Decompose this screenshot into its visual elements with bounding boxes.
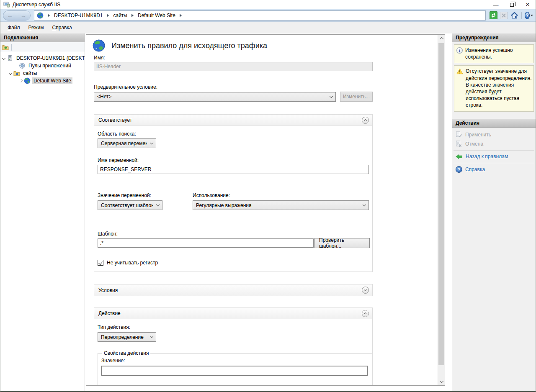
home-icon (510, 11, 518, 19)
using-label: Использование: (193, 192, 369, 198)
stop-button (500, 11, 508, 20)
help-action[interactable]: ? Справка (452, 165, 536, 174)
feature-globe-icon (92, 39, 106, 52)
tree-item-server[interactable]: DESKTOP-U1MK9D1 (DESKTOP (0, 54, 85, 62)
chevron-down-icon (150, 335, 153, 338)
menu-help[interactable]: Справка (49, 23, 76, 32)
chevron-down-icon[interactable] (9, 72, 12, 75)
pattern-label: Шаблон: (98, 231, 369, 237)
back-to-rules-label: Назад к правилам (466, 154, 508, 159)
cancel-label: Отмена (465, 141, 483, 147)
app-icon (3, 2, 10, 8)
actions-header: Действия (452, 119, 536, 128)
actions-separator (454, 150, 534, 151)
help-icon: ? (456, 166, 462, 173)
info-icon: i (456, 47, 463, 54)
ignore-case-checkbox[interactable] (98, 260, 103, 266)
variable-name-label: Имя переменной: (98, 157, 369, 163)
actions-separator (454, 163, 534, 163)
breadcrumb-sites[interactable]: сайты (113, 13, 127, 18)
tree-item-sites[interactable]: сайты (0, 69, 85, 77)
globe-icon (37, 12, 44, 19)
stop-icon (500, 12, 508, 19)
warning-icon (456, 68, 463, 74)
chevron-up-icon (364, 313, 367, 315)
tree-item-label: DESKTOP-U1MK9D1 (DESKTOP (15, 55, 85, 61)
cancel-icon (456, 141, 462, 147)
value-input[interactable] (101, 366, 368, 376)
value-label: Значение: (101, 358, 368, 364)
tree-item-default-web-site[interactable]: Default Web Site (0, 77, 85, 85)
conditions-section: Условия (94, 284, 373, 296)
cancel-action: Отмена (452, 139, 536, 149)
apply-label: Применить (465, 132, 491, 138)
tree-item-label: Пулы приложений (27, 62, 72, 69)
action-type-select[interactable]: Переопределение (98, 332, 156, 342)
chevron-down-icon (150, 141, 153, 144)
save-connection-icon[interactable] (2, 44, 9, 51)
alert-info: i Изменения успешно сохранены. (454, 44, 534, 63)
chevron-down-icon (531, 15, 533, 16)
breadcrumb-current-site[interactable]: Default Web Site (138, 13, 175, 18)
restore-icon (510, 3, 514, 7)
scope-select[interactable]: Серверная переменн (98, 138, 156, 148)
precondition-label: Предварительное условие: (94, 84, 373, 90)
chevron-right-icon[interactable] (19, 79, 23, 82)
action-section-header[interactable]: Действие (94, 308, 372, 319)
iis-manager-window: Диспетчер служб IIS — × ← → DESKTOP-U1MK… (0, 0, 536, 392)
action-type-value: Переопределение (101, 334, 144, 340)
connections-toolbar (0, 42, 85, 52)
ignore-case-label: Не учитывать регистр (107, 260, 158, 266)
precondition-select[interactable]: <Нет> (94, 92, 336, 102)
collapse-button[interactable] (362, 310, 369, 317)
match-section: Соответствует Область поиска: Серверная … (94, 114, 373, 272)
action-properties-group: Свойства действия Значение: Заменить дей… (98, 350, 372, 385)
conditions-section-title: Условия (98, 287, 118, 293)
variable-value-select[interactable]: Соответствует шаблону (98, 200, 162, 210)
scroll-down-icon[interactable] (438, 378, 445, 385)
help-button[interactable]: ? (525, 11, 533, 20)
using-value: Регулярные выражения (196, 202, 252, 208)
chevron-down-icon (363, 203, 366, 206)
expand-button[interactable] (362, 287, 369, 294)
address-bar: ← → DESKTOP-U1MK9D1 сайты Default Web Si… (0, 9, 536, 22)
close-button[interactable]: × (520, 0, 536, 9)
variable-name-input[interactable] (98, 165, 369, 174)
conditions-section-header[interactable]: Условия (94, 284, 372, 296)
variable-value-label: Значение переменной: (98, 192, 193, 198)
action-section-title: Действие (98, 310, 121, 316)
vertical-scrollbar[interactable] (438, 35, 445, 385)
refresh-button[interactable] (489, 11, 497, 20)
scope-value: Серверная переменн (101, 141, 147, 146)
page-title: Изменить правило для исходящего трафика (111, 41, 267, 50)
chevron-down-icon[interactable] (2, 56, 5, 60)
pattern-input[interactable] (98, 238, 314, 248)
breadcrumb[interactable]: DESKTOP-U1MK9D1 сайты Default Web Site (34, 10, 486, 20)
chevron-up-icon (364, 119, 367, 122)
breadcrumb-server[interactable]: DESKTOP-U1MK9D1 (54, 13, 103, 18)
back-to-rules-action[interactable]: Назад к правилам (452, 152, 536, 161)
match-section-header[interactable]: Соответствует (94, 115, 372, 126)
action-section: Действие Тип действия: Переопределение (94, 307, 373, 385)
minimize-button[interactable]: — (488, 0, 504, 9)
name-input (94, 62, 373, 71)
scroll-up-icon[interactable] (438, 35, 445, 42)
menu-file[interactable]: Файл (4, 23, 24, 32)
collapse-button[interactable] (362, 117, 369, 124)
tree-item-app-pools[interactable]: Пулы приложений (0, 62, 85, 69)
restore-button[interactable] (504, 0, 520, 9)
breadcrumb-separator-icon (180, 14, 182, 17)
test-pattern-button[interactable]: Проверить шаблон... (314, 238, 370, 248)
back-icon[interactable]: ← (7, 13, 13, 18)
menu-view[interactable]: Режим (25, 23, 48, 32)
forward-icon[interactable]: → (21, 13, 26, 18)
apply-action: Применить (452, 130, 536, 139)
scrollbar-thumb[interactable] (438, 43, 444, 365)
alerts-list: i Изменения успешно сохранены. Отсутству… (452, 42, 536, 114)
window-title: Диспетчер служб IIS (13, 2, 60, 8)
using-select[interactable]: Регулярные выражения (193, 200, 369, 210)
actions-list: Применить Отмена Назад к правилам (452, 128, 536, 174)
home-button[interactable] (510, 11, 518, 20)
ignore-case-row[interactable]: Не учитывать регистр (98, 260, 369, 266)
connections-header: Подключения (0, 33, 85, 42)
